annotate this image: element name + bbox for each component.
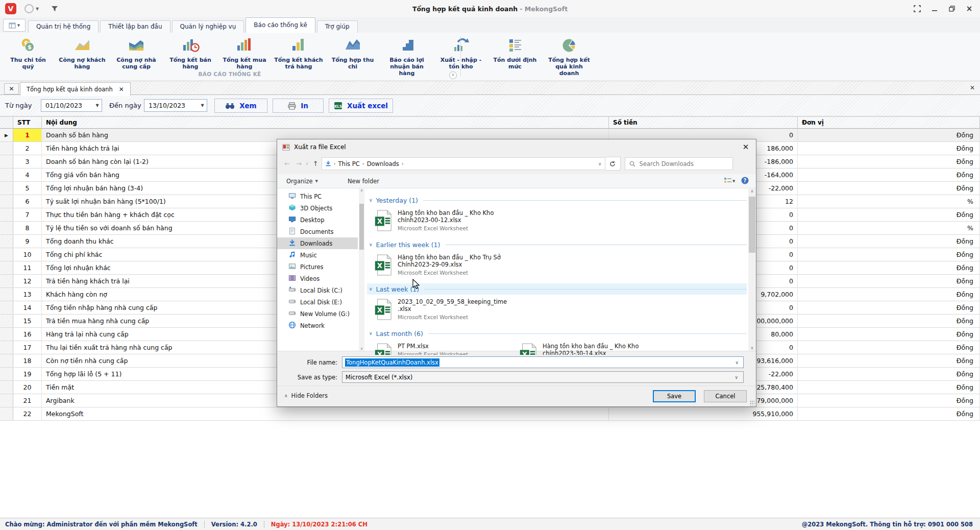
row-selector[interactable] (0, 168, 13, 182)
column-header-content[interactable]: Nội dung (42, 116, 609, 129)
chevron-down-icon[interactable]: ∨ (369, 286, 373, 292)
refresh-button[interactable] (605, 157, 621, 171)
sidebar-item-local-disk-e-[interactable]: Local Disk (E:) (277, 296, 358, 308)
address-bar[interactable]: ›This PC›Downloads›∨ (322, 157, 605, 170)
sidebar-item-downloads[interactable]: Downloads (277, 237, 358, 249)
restore-icon[interactable] (947, 4, 957, 13)
close-icon[interactable]: × (965, 4, 974, 13)
row-selector[interactable] (0, 155, 13, 168)
app-menu-button[interactable]: ▼ (3, 19, 26, 32)
row-selector[interactable] (0, 182, 13, 195)
file-item[interactable]: XHàng tồn kho ban đầu _ Kho Kho chính202… (518, 343, 656, 355)
search-input[interactable]: Search Downloads (625, 157, 733, 170)
help-icon[interactable]: ? (741, 177, 749, 186)
dialog-close-icon[interactable]: ✕ (736, 139, 756, 155)
row-selector[interactable] (0, 315, 13, 328)
chevron-down-icon[interactable]: ∨ (735, 360, 741, 365)
ribbon-button-10[interactable]: Tồn dưới định mức (488, 34, 542, 71)
chevron-down-icon[interactable]: ∨ (369, 242, 373, 247)
to-date-input[interactable]: 13/10/2023▼ (144, 99, 207, 112)
filter-icon[interactable] (51, 6, 58, 12)
row-selector[interactable] (0, 328, 13, 341)
app-logo-icon[interactable]: V (5, 3, 16, 14)
close-all-tabs-button[interactable]: ✕ (4, 83, 19, 94)
file-group-header[interactable]: ∨Yesterday (1) (367, 195, 747, 206)
ribbon-tab-4[interactable]: Báo cáo thống kê (246, 17, 315, 33)
chevron-down-icon[interactable]: ∨ (598, 161, 602, 166)
row-selector[interactable] (0, 248, 13, 261)
hide-folders-button[interactable]: ∧ Hide Folders (284, 392, 328, 399)
breadcrumb-item[interactable]: Downloads (367, 160, 399, 167)
ribbon-button-2[interactable]: Công nợ khách hàng (55, 34, 109, 71)
ribbon-tab-1[interactable]: Quản trị hệ thống (28, 20, 99, 33)
row-selector[interactable] (0, 142, 13, 155)
ribbon-button-6[interactable]: Tổng kết khách trả hàng (272, 34, 326, 71)
row-selector[interactable] (0, 407, 13, 421)
sidebar-item-new-volume-g-[interactable]: New Volume (G:) (277, 308, 358, 320)
file-item[interactable]: XHàng tồn kho ban đầu _ Kho Kho chính202… (373, 209, 511, 234)
resize-grip[interactable] (750, 400, 755, 405)
ribbon-button-11[interactable]: Tổng hợp kết quả kinh doanh (542, 34, 596, 78)
close-tab-icon[interactable]: ✕ (119, 86, 124, 93)
column-header-amount[interactable]: Số tiền (609, 116, 798, 129)
sidebar-item-local-disk-c-[interactable]: Local Disk (C:) (277, 284, 358, 296)
recent-locations-icon[interactable]: ∨ (306, 161, 309, 166)
print-button[interactable]: In (273, 99, 324, 113)
chevron-down-icon[interactable]: ▼ (36, 7, 39, 11)
sidebar-item-desktop[interactable]: Desktop (277, 214, 358, 226)
row-selector[interactable] (0, 195, 13, 208)
new-folder-button[interactable]: New folder (348, 178, 379, 185)
view-mode-icon[interactable]: ▼ (724, 177, 735, 185)
close-icon-right[interactable]: ✕ (970, 84, 975, 91)
ribbon-tab-5[interactable]: Trợ giúp (317, 20, 358, 33)
scroll-down-icon[interactable]: ∨ (359, 347, 364, 351)
column-header-unit[interactable]: Đơn vị (798, 116, 980, 129)
ribbon-button-7[interactable]: Tổng hợp thu chi (326, 34, 380, 71)
profile-icon[interactable] (24, 4, 34, 13)
ribbon-button-4[interactable]: Tổng kết bán hàng (163, 34, 217, 71)
list-scrollbar[interactable]: ∧ ∨ (748, 188, 756, 351)
sidebar-item-this-pc[interactable]: This PC (277, 190, 358, 202)
file-group-header[interactable]: ∨Last month (6) (367, 328, 747, 339)
file-group-header[interactable]: ∨Earlier this week (1) (367, 239, 747, 250)
fullscreen-icon[interactable] (913, 4, 922, 13)
row-selector[interactable] (0, 394, 13, 407)
ribbon-tab-3[interactable]: Quản lý nghiệp vụ (172, 20, 244, 33)
file-item[interactable]: XHàng tồn kho ban đầu _ Kho Trụ Sở Chính… (373, 254, 511, 278)
sidebar-item-videos[interactable]: Videos (277, 273, 358, 284)
row-selector[interactable] (0, 235, 13, 248)
sidebar-item-network[interactable]: Network (277, 320, 358, 331)
table-row[interactable]: 22MekongSoft955,910,000Đồng (0, 407, 980, 421)
chevron-down-icon[interactable]: ▼ (198, 100, 207, 111)
row-selector[interactable] (0, 381, 13, 394)
row-selector[interactable] (0, 354, 13, 368)
chevron-down-icon[interactable]: ∨ (369, 331, 373, 336)
row-selector[interactable]: ▶ (0, 129, 13, 142)
cancel-button[interactable]: Cancel (704, 390, 747, 402)
row-selector[interactable] (0, 341, 13, 354)
chevron-down-icon[interactable]: ▼ (93, 100, 102, 111)
chevron-down-icon[interactable]: ∨ (734, 375, 740, 380)
scroll-up-icon[interactable]: ∧ (748, 189, 756, 194)
row-selector[interactable] (0, 261, 13, 275)
row-selector[interactable] (0, 368, 13, 381)
up-icon[interactable]: ↑ (313, 160, 318, 167)
row-selector[interactable] (0, 208, 13, 222)
sidebar-item-documents[interactable]: Documents (277, 226, 358, 237)
file-item[interactable]: XPT PM.xlsxMicrosoft Excel Worksheet (373, 343, 511, 355)
row-selector[interactable] (0, 275, 13, 288)
from-date-input[interactable]: 01/10/2023▼ (41, 99, 102, 112)
ribbon-button-9[interactable]: Xuất - nhập - tồn kho (434, 34, 488, 71)
save-type-select[interactable]: Microsoft Excel (*.xlsx) ∨ (342, 371, 744, 383)
ribbon-button-5[interactable]: Tổng kết mua hàng (217, 34, 272, 71)
view-button[interactable]: Xem (214, 99, 267, 113)
sidebar-item-3d-objects[interactable]: 3D Objects (277, 202, 358, 214)
organize-button[interactable]: Organize▼ (286, 178, 318, 185)
save-button[interactable]: Save (653, 390, 696, 402)
ribbon-tab-2[interactable]: Thiết lập ban đầu (100, 20, 170, 33)
chevron-down-icon[interactable]: ∨ (369, 198, 373, 203)
nav-scrollbar[interactable]: ∧ ∨ (359, 188, 364, 351)
row-selector[interactable] (0, 222, 13, 235)
column-header-stt[interactable]: STT (13, 116, 42, 129)
file-name-input[interactable]: TongHopKetQuaKinhDoanh.xlsx ∨ (342, 356, 744, 368)
